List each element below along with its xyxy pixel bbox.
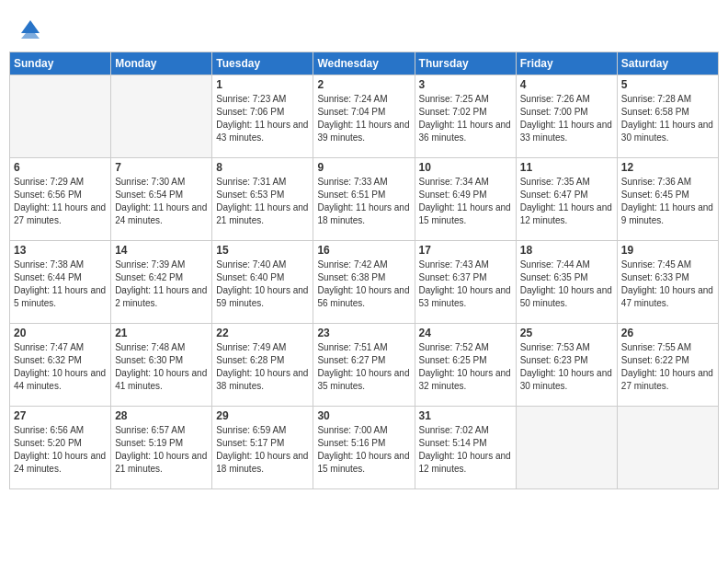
page-header xyxy=(9,9,719,44)
calendar-cell: 21Sunrise: 7:48 AMSunset: 6:30 PMDayligh… xyxy=(111,324,212,407)
calendar-cell: 4Sunrise: 7:26 AMSunset: 7:00 PMDaylight… xyxy=(516,75,617,158)
day-number: 30 xyxy=(317,409,410,422)
calendar-cell: 16Sunrise: 7:42 AMSunset: 6:38 PMDayligh… xyxy=(313,241,415,324)
calendar-cell: 1Sunrise: 7:23 AMSunset: 7:06 PMDaylight… xyxy=(212,75,313,158)
cell-info: Sunrise: 7:55 AMSunset: 6:22 PMDaylight:… xyxy=(621,341,714,393)
cell-info: Sunrise: 7:43 AMSunset: 6:37 PMDaylight:… xyxy=(419,259,512,310)
cell-info: Sunrise: 7:48 AMSunset: 6:30 PMDaylight:… xyxy=(115,341,208,393)
day-number: 25 xyxy=(520,327,613,339)
logo-icon xyxy=(17,13,44,40)
cell-info: Sunrise: 7:51 AMSunset: 6:27 PMDaylight:… xyxy=(317,341,410,393)
cell-info: Sunrise: 7:24 AMSunset: 7:04 PMDaylight:… xyxy=(317,93,410,144)
calendar-cell: 27Sunrise: 6:56 AMSunset: 5:20 PMDayligh… xyxy=(10,407,111,489)
cell-info: Sunrise: 7:38 AMSunset: 6:44 PMDaylight:… xyxy=(14,259,107,310)
calendar-cell: 8Sunrise: 7:31 AMSunset: 6:53 PMDaylight… xyxy=(212,158,313,241)
calendar-cell: 13Sunrise: 7:38 AMSunset: 6:44 PMDayligh… xyxy=(10,241,111,324)
cell-info: Sunrise: 7:23 AMSunset: 7:06 PMDaylight:… xyxy=(216,93,309,144)
calendar-cell: 5Sunrise: 7:28 AMSunset: 6:58 PMDaylight… xyxy=(617,75,718,158)
day-number: 6 xyxy=(14,161,107,174)
svg-marker-1 xyxy=(21,33,40,39)
day-number: 22 xyxy=(216,327,309,339)
logo xyxy=(15,13,44,40)
day-header-sunday: Sunday xyxy=(10,52,111,75)
calendar-cell: 23Sunrise: 7:51 AMSunset: 6:27 PMDayligh… xyxy=(313,324,415,407)
day-header-tuesday: Tuesday xyxy=(212,52,313,75)
day-number: 24 xyxy=(419,327,512,339)
calendar-cell: 15Sunrise: 7:40 AMSunset: 6:40 PMDayligh… xyxy=(212,241,313,324)
day-number: 11 xyxy=(520,161,613,174)
day-number: 16 xyxy=(317,244,410,257)
cell-info: Sunrise: 7:53 AMSunset: 6:23 PMDaylight:… xyxy=(520,341,613,393)
day-number: 2 xyxy=(317,78,410,91)
cell-info: Sunrise: 7:29 AMSunset: 6:56 PMDaylight:… xyxy=(14,176,107,227)
day-number: 4 xyxy=(520,78,613,91)
day-number: 19 xyxy=(621,244,714,257)
day-number: 5 xyxy=(621,78,714,91)
calendar-cell xyxy=(111,75,212,158)
cell-info: Sunrise: 7:30 AMSunset: 6:54 PMDaylight:… xyxy=(115,176,208,227)
cell-info: Sunrise: 7:52 AMSunset: 6:25 PMDaylight:… xyxy=(419,341,512,393)
calendar-cell: 11Sunrise: 7:35 AMSunset: 6:47 PMDayligh… xyxy=(516,158,617,241)
day-number: 31 xyxy=(419,409,512,422)
calendar-cell: 24Sunrise: 7:52 AMSunset: 6:25 PMDayligh… xyxy=(415,324,516,407)
cell-info: Sunrise: 7:36 AMSunset: 6:45 PMDaylight:… xyxy=(621,176,714,227)
calendar-week-2: 6Sunrise: 7:29 AMSunset: 6:56 PMDaylight… xyxy=(10,158,719,241)
day-number: 28 xyxy=(115,409,208,422)
cell-info: Sunrise: 7:39 AMSunset: 6:42 PMDaylight:… xyxy=(115,259,208,310)
calendar-cell: 22Sunrise: 7:49 AMSunset: 6:28 PMDayligh… xyxy=(212,324,313,407)
day-header-monday: Monday xyxy=(111,52,212,75)
cell-info: Sunrise: 7:26 AMSunset: 7:00 PMDaylight:… xyxy=(520,93,613,144)
calendar-week-5: 27Sunrise: 6:56 AMSunset: 5:20 PMDayligh… xyxy=(10,407,719,489)
day-header-wednesday: Wednesday xyxy=(313,52,415,75)
calendar-header-row: SundayMondayTuesdayWednesdayThursdayFrid… xyxy=(10,52,719,75)
calendar-week-4: 20Sunrise: 7:47 AMSunset: 6:32 PMDayligh… xyxy=(10,324,719,407)
cell-info: Sunrise: 7:02 AMSunset: 5:14 PMDaylight:… xyxy=(419,424,512,476)
day-header-friday: Friday xyxy=(516,52,617,75)
day-number: 3 xyxy=(419,78,512,91)
calendar-cell: 14Sunrise: 7:39 AMSunset: 6:42 PMDayligh… xyxy=(111,241,212,324)
calendar-cell: 25Sunrise: 7:53 AMSunset: 6:23 PMDayligh… xyxy=(516,324,617,407)
cell-info: Sunrise: 7:25 AMSunset: 7:02 PMDaylight:… xyxy=(419,93,512,144)
calendar-cell: 29Sunrise: 6:59 AMSunset: 5:17 PMDayligh… xyxy=(212,407,313,489)
cell-info: Sunrise: 6:56 AMSunset: 5:20 PMDaylight:… xyxy=(14,424,107,476)
calendar-cell: 10Sunrise: 7:34 AMSunset: 6:49 PMDayligh… xyxy=(415,158,516,241)
svg-marker-0 xyxy=(21,20,40,33)
day-number: 29 xyxy=(216,409,309,422)
cell-info: Sunrise: 6:57 AMSunset: 5:19 PMDaylight:… xyxy=(115,424,208,476)
day-number: 13 xyxy=(14,244,107,257)
day-number: 15 xyxy=(216,244,309,257)
calendar-week-3: 13Sunrise: 7:38 AMSunset: 6:44 PMDayligh… xyxy=(10,241,719,324)
cell-info: Sunrise: 7:34 AMSunset: 6:49 PMDaylight:… xyxy=(419,176,512,227)
day-number: 1 xyxy=(216,78,309,91)
cell-info: Sunrise: 6:59 AMSunset: 5:17 PMDaylight:… xyxy=(216,424,309,476)
cell-info: Sunrise: 7:49 AMSunset: 6:28 PMDaylight:… xyxy=(216,341,309,393)
calendar-week-1: 1Sunrise: 7:23 AMSunset: 7:06 PMDaylight… xyxy=(10,75,719,158)
calendar-cell: 12Sunrise: 7:36 AMSunset: 6:45 PMDayligh… xyxy=(617,158,718,241)
calendar-cell: 2Sunrise: 7:24 AMSunset: 7:04 PMDaylight… xyxy=(313,75,415,158)
day-number: 17 xyxy=(419,244,512,257)
day-number: 10 xyxy=(419,161,512,174)
calendar-cell: 26Sunrise: 7:55 AMSunset: 6:22 PMDayligh… xyxy=(617,324,718,407)
day-number: 23 xyxy=(317,327,410,339)
day-number: 7 xyxy=(115,161,208,174)
calendar-cell: 6Sunrise: 7:29 AMSunset: 6:56 PMDaylight… xyxy=(10,158,111,241)
day-number: 27 xyxy=(14,409,107,422)
cell-info: Sunrise: 7:35 AMSunset: 6:47 PMDaylight:… xyxy=(520,176,613,227)
calendar-cell: 18Sunrise: 7:44 AMSunset: 6:35 PMDayligh… xyxy=(516,241,617,324)
cell-info: Sunrise: 7:40 AMSunset: 6:40 PMDaylight:… xyxy=(216,259,309,310)
day-number: 18 xyxy=(520,244,613,257)
day-number: 21 xyxy=(115,327,208,339)
calendar-cell: 28Sunrise: 6:57 AMSunset: 5:19 PMDayligh… xyxy=(111,407,212,489)
calendar-cell: 17Sunrise: 7:43 AMSunset: 6:37 PMDayligh… xyxy=(415,241,516,324)
day-header-saturday: Saturday xyxy=(617,52,718,75)
calendar-cell: 19Sunrise: 7:45 AMSunset: 6:33 PMDayligh… xyxy=(617,241,718,324)
cell-info: Sunrise: 7:42 AMSunset: 6:38 PMDaylight:… xyxy=(317,259,410,310)
calendar-cell: 31Sunrise: 7:02 AMSunset: 5:14 PMDayligh… xyxy=(415,407,516,489)
calendar-cell xyxy=(617,407,718,489)
day-number: 20 xyxy=(14,327,107,339)
cell-info: Sunrise: 7:28 AMSunset: 6:58 PMDaylight:… xyxy=(621,93,714,144)
day-number: 8 xyxy=(216,161,309,174)
calendar-cell: 20Sunrise: 7:47 AMSunset: 6:32 PMDayligh… xyxy=(10,324,111,407)
calendar-cell xyxy=(516,407,617,489)
calendar-cell: 9Sunrise: 7:33 AMSunset: 6:51 PMDaylight… xyxy=(313,158,415,241)
